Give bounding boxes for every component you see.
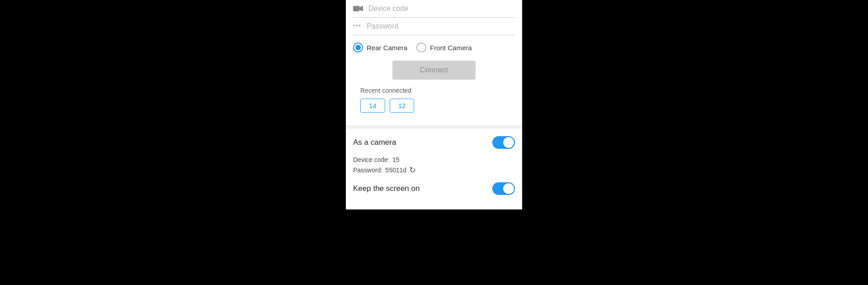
front-camera-radio[interactable] [416, 43, 426, 52]
keep-screen-toggle[interactable] [492, 182, 515, 195]
as-camera-toggle[interactable] [492, 136, 515, 149]
as-camera-row: As a camera [353, 136, 515, 149]
main-panel: *** Rear Camera Front Camera Connect Rec… [346, 0, 522, 209]
password-icon: *** [353, 23, 361, 30]
keep-screen-label: Keep the screen on [353, 184, 420, 193]
recent-chips-list: 14 12 [360, 99, 508, 113]
recent-connected-section: Recent connected 14 12 [353, 87, 515, 120]
device-info-block: Device code: 15 Password: 55011d ↻ [353, 156, 515, 175]
camera-icon [353, 5, 363, 12]
keep-screen-row: Keep the screen on [353, 182, 515, 195]
as-camera-toggle-thumb [503, 137, 514, 148]
front-camera-option[interactable]: Front Camera [416, 43, 472, 52]
rear-camera-radio[interactable] [353, 43, 363, 52]
svg-rect-0 [353, 6, 359, 11]
password-info-label: Password: [353, 166, 382, 174]
password-info: Password: 55011d ↻ [353, 165, 515, 175]
recent-chip-12[interactable]: 12 [390, 99, 415, 113]
keep-screen-toggle-thumb [503, 183, 514, 194]
rear-camera-label: Rear Camera [367, 44, 407, 52]
front-camera-label: Front Camera [430, 44, 472, 52]
connect-button[interactable]: Connect [392, 61, 475, 80]
device-code-info: Device code: 15 [353, 156, 515, 163]
section-divider [346, 125, 522, 129]
recent-label: Recent connected [360, 87, 508, 94]
svg-marker-1 [359, 6, 363, 11]
camera-settings-section: As a camera Device code: 15 Password: 55… [346, 129, 522, 209]
password-input[interactable] [367, 22, 515, 30]
recent-chip-14[interactable]: 14 [360, 99, 385, 113]
as-camera-label: As a camera [353, 138, 396, 147]
rear-camera-option[interactable]: Rear Camera [353, 43, 407, 52]
camera-selection-row: Rear Camera Front Camera [353, 35, 515, 56]
device-code-input[interactable] [368, 5, 515, 13]
connect-form: *** Rear Camera Front Camera Connect Rec… [346, 0, 522, 125]
password-info-value: 55011d [385, 166, 406, 174]
device-code-info-label: Device code: [353, 156, 390, 163]
password-row: *** [353, 18, 515, 35]
device-code-info-value: 15 [392, 156, 400, 163]
device-code-row [353, 0, 515, 18]
refresh-icon[interactable]: ↻ [409, 165, 416, 175]
